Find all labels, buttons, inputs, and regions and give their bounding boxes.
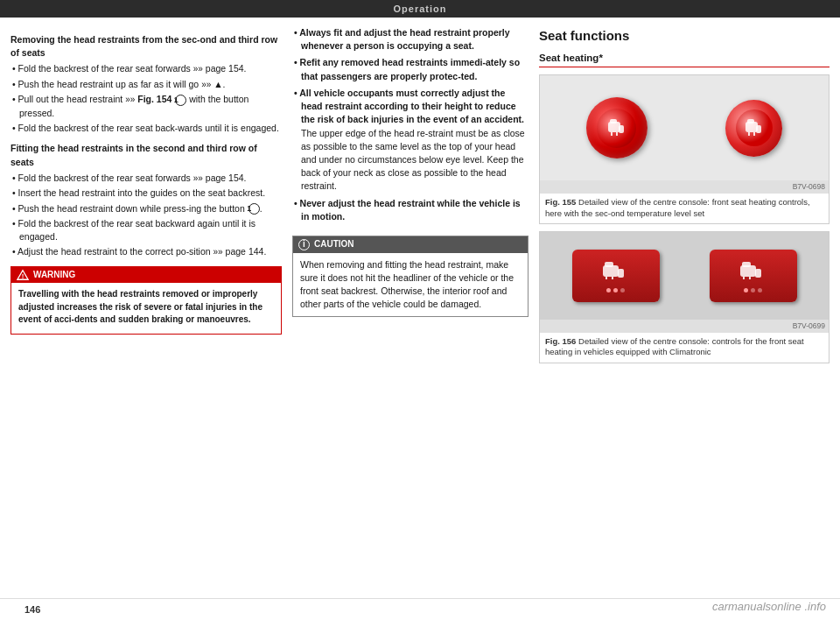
heat-dot: [606, 288, 611, 292]
fig156-number: B7V-0699: [540, 320, 829, 332]
fig156-caption-text: Detailed view of the centre console: con…: [545, 336, 804, 357]
list-item: Push the head restraint up as far as it …: [10, 78, 282, 92]
fig155-box: B7V-0698 Fig. 155 Detailed view of the c…: [539, 74, 830, 224]
sub-section-title: Seat heating*: [539, 51, 830, 68]
content-area: Removing the head restraints from the se…: [0, 18, 840, 598]
fig155-caption: Fig. 155 Detailed view of the centre con…: [540, 194, 829, 224]
heat-dots-1: [606, 288, 625, 292]
warning-icon: !: [17, 269, 29, 281]
heat-dot-inactive: [620, 288, 625, 292]
heating-knob-1-inner: [597, 109, 636, 148]
caution-box: i CAUTION When removing and fitting the …: [292, 236, 528, 317]
info-bullets: Always fit and adjust the head restraint…: [292, 26, 528, 227]
top-bar: Operation: [0, 0, 840, 18]
page-wrapper: Operation Removing the head restraints f…: [0, 0, 840, 620]
list-item: Never adjust the head restraint while th…: [292, 197, 528, 223]
list-item: All vehicle occupants must correctly adj…: [292, 87, 528, 194]
heat-btn-icon-2: [739, 260, 767, 285]
heating-knob-2: [725, 100, 782, 157]
svg-rect-8: [756, 125, 761, 133]
section-title: Seat functions: [539, 26, 830, 46]
fig156-image: [540, 232, 829, 320]
heat-dot: [613, 288, 618, 292]
list-item: Refit any removed head restraints immedi…: [292, 56, 528, 82]
list-item: Fold the backrest of the rear seat backw…: [10, 217, 282, 243]
svg-text:!: !: [22, 272, 24, 280]
warning-box: ! WARNING Travelling with the head restr…: [10, 266, 282, 335]
svg-rect-18: [755, 269, 761, 278]
left-column: Removing the head restraints from the se…: [10, 26, 282, 591]
warning-label: WARNING: [33, 269, 75, 282]
heat-dots-2: [744, 288, 762, 292]
heat-btn-icon-1: [602, 260, 630, 285]
warning-text: Travelling with the head restraints remo…: [18, 288, 274, 327]
heat-dot: [744, 288, 748, 292]
list-item: Pull out the head restraint »» Fig. 154 …: [10, 93, 282, 120]
middle-column: Always fit and adjust the head restraint…: [292, 26, 528, 591]
seat-heat-icon-2: [742, 113, 766, 144]
svg-rect-4: [610, 119, 617, 123]
heat-button-2: [710, 250, 797, 302]
svg-rect-19: [742, 262, 751, 267]
seat-heat-icon-1: [605, 113, 629, 144]
svg-rect-13: [618, 269, 624, 278]
fig155-number: B7V-0698: [540, 180, 829, 193]
page-number: 146: [12, 601, 52, 618]
warning-header: ! WARNING: [11, 267, 281, 284]
caution-icon: i: [298, 239, 310, 250]
heat-dot-inactive: [751, 288, 755, 292]
caution-header: i CAUTION: [293, 236, 528, 253]
list-item: Fold the backrest of the rear seat back-…: [10, 122, 282, 135]
caution-text: When removing and fitting the head restr…: [300, 258, 521, 312]
fig155-caption-text: Detailed view of the centre console: fro…: [545, 197, 810, 218]
heading-fitting: Fitting the head restraints in the secon…: [10, 142, 282, 168]
heat-dot-inactive: [758, 288, 762, 292]
list-item: Fold the backrest of the rear seat forwa…: [10, 172, 282, 186]
fig156-box: B7V-0699 Fig. 156 Detailed view of the c…: [539, 231, 830, 363]
heating-knob-1: [586, 97, 648, 159]
caution-label: CAUTION: [314, 238, 354, 251]
svg-rect-9: [747, 119, 754, 123]
heading-removing: Removing the head restraints from the se…: [10, 33, 282, 60]
fig156-caption: Fig. 156 Detailed view of the centre con…: [540, 333, 829, 363]
list-item: Push the head restraint down while press…: [10, 202, 282, 215]
fig156-label: Fig. 156: [545, 336, 576, 346]
top-bar-label: Operation: [394, 4, 447, 14]
list-item: Adjust the head restraint to the correct…: [10, 245, 282, 259]
right-column: Seat functions Seat heating*: [539, 26, 830, 591]
heating-knob-2-inner: [736, 109, 773, 146]
list-item: Always fit and adjust the head restraint…: [292, 26, 528, 53]
fig155-label: Fig. 155: [545, 197, 576, 207]
heat-button-1: [572, 250, 660, 302]
list-item: Fold the backrest of the rear seat forwa…: [10, 62, 282, 76]
svg-rect-14: [605, 262, 613, 267]
svg-rect-3: [619, 125, 624, 133]
list-item: Insert the head restraint into the guide…: [10, 187, 282, 200]
fig155-image: [540, 75, 829, 180]
watermark: carmanualsonline .info: [712, 600, 826, 613]
